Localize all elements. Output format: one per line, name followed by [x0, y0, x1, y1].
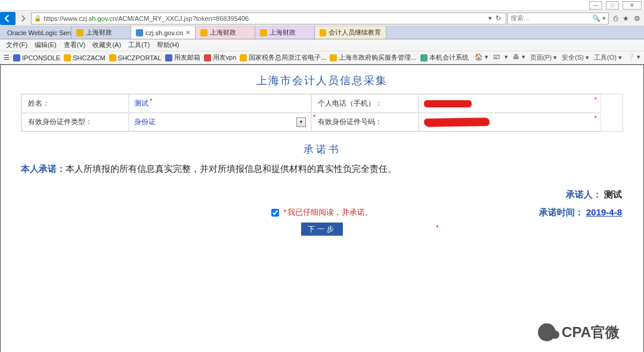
- info-form: 姓名： 测试 * 个人电话（手机）： * 有效身份证件类型： 身份证 ▼ * 有…: [21, 94, 623, 132]
- page-title: 上海市会计人员信息采集: [1, 65, 643, 94]
- fav-shczportal[interactable]: SHCZPORTAL: [109, 54, 162, 61]
- watermark: CPA官微: [538, 323, 620, 342]
- label-phone: 个人电话（手机）：: [311, 94, 419, 113]
- toolbar-help[interactable]: ❔ ▾: [627, 53, 640, 62]
- address-bar[interactable]: 🔒 https://www.czj.sh.gov.cn/ACM/ACM_RY_X…: [31, 13, 506, 24]
- fav-tax[interactable]: 国家税务总局浙江省电子...: [240, 53, 326, 62]
- favicon-icon: [260, 29, 267, 36]
- favicon-ie-icon: [136, 29, 143, 36]
- fav-shgov[interactable]: 上海市政府购买服务管理...: [330, 53, 416, 62]
- dropdown-icon[interactable]: ▾: [488, 14, 492, 22]
- browser-search-box[interactable]: 搜索... 🔍 ▾: [507, 13, 609, 24]
- home-icon[interactable]: ⎙: [614, 14, 618, 23]
- tab-weblogic[interactable]: Oracle WebLogic Server Ad...: [0, 26, 72, 39]
- toolbar-dropdown[interactable]: ▾: [504, 53, 508, 62]
- refresh-icon[interactable]: ↻: [496, 14, 501, 22]
- window-minimize-button[interactable]: —: [589, 1, 602, 10]
- tab-kjjx[interactable]: 会计人员继续教育: [315, 26, 386, 39]
- tab-shcz-3[interactable]: 上海财政: [255, 26, 315, 39]
- redacted-idno: [424, 118, 490, 127]
- toolbar-print[interactable]: 🖶 ▾: [513, 53, 525, 62]
- favicon-icon: [320, 29, 326, 36]
- menu-help[interactable]: 帮助(H): [154, 41, 181, 50]
- fav-local[interactable]: 本机会计系统: [420, 53, 469, 62]
- redacted-phone: [424, 100, 472, 107]
- toolbar-tools[interactable]: 工具(O) ▾: [594, 53, 622, 62]
- toolbar-feeds[interactable]: 🖃: [493, 53, 500, 62]
- fav-menu-icon[interactable]: ☰: [4, 54, 10, 61]
- favorites-icon[interactable]: ★: [623, 14, 629, 23]
- tab-close-icon[interactable]: ✕: [185, 29, 190, 36]
- window-close-button[interactable]: ✕: [623, 1, 642, 10]
- favicon-icon: [200, 29, 208, 36]
- lock-icon: 🔒: [34, 15, 41, 21]
- nav-back-button[interactable]: [0, 12, 16, 25]
- page-content: 上海市会计人员信息采集 姓名： 测试 * 个人电话（手机）： * 有效身份证件类…: [0, 64, 644, 352]
- menu-edit[interactable]: 编辑(E): [32, 41, 59, 50]
- select-idtype[interactable]: 身份证 ▼ *: [129, 113, 311, 131]
- fav-yymail[interactable]: 用友邮箱: [165, 53, 200, 62]
- tab-strip: Oracle WebLogic Server Ad... 上海财政 czj.sh…: [0, 26, 644, 39]
- fav-yyvpn[interactable]: 用友vpn: [204, 53, 237, 62]
- input-name[interactable]: 测试 *: [129, 94, 311, 113]
- confirm-checkbox[interactable]: [271, 209, 279, 217]
- favicon-icon: [76, 29, 83, 36]
- next-button[interactable]: 下一步: [301, 223, 343, 236]
- toolbar-home[interactable]: 🏠 ▾: [475, 53, 488, 62]
- commitment-title: 承诺书: [1, 132, 643, 163]
- toolbar-page[interactable]: 页面(P) ▾: [530, 53, 558, 62]
- tools-icon[interactable]: ⚙: [634, 14, 640, 23]
- tab-shcz-1[interactable]: 上海财政: [72, 26, 131, 39]
- favorites-bar: ☰ IPCONSOLE SHCZACM SHCZPORTAL 用友邮箱 用友vp…: [0, 51, 644, 64]
- label-name: 姓名：: [21, 94, 129, 113]
- window-titlebar: — □ ✕: [0, 0, 644, 11]
- browser-navbar: 🔒 https://www.czj.sh.gov.cn/ACM/ACM_RY_X…: [0, 11, 644, 26]
- label-idno: 有效身份证件号码：: [311, 113, 419, 131]
- menu-bar: 文件(F) 编辑(E) 查看(V) 收藏夹(A) 工具(T) 帮助(H): [0, 39, 644, 51]
- url-scheme: https://www.czj.sh.gov.cn/ACM/ACM_RY_XXC…: [44, 15, 249, 22]
- toolbar-safety[interactable]: 安全(S) ▾: [562, 53, 589, 62]
- menu-tools[interactable]: 工具(T): [126, 41, 152, 50]
- menu-favorites[interactable]: 收藏夹(A): [90, 41, 123, 50]
- tab-shcz-2[interactable]: 上海财政: [196, 26, 255, 39]
- nav-forward-button[interactable]: [17, 12, 30, 25]
- commitment-date-link[interactable]: 2019-4-8: [586, 207, 622, 217]
- input-idno[interactable]: *: [419, 113, 601, 131]
- commitment-text: 本人承诺：本人所填报的所有信息真实完整，并对所填报信息和提供材料的真实性负完全责…: [1, 163, 643, 175]
- menu-file[interactable]: 文件(F): [4, 41, 30, 50]
- menu-view[interactable]: 查看(V): [61, 41, 88, 50]
- tab-czj-active[interactable]: czj.sh.gov.cn✕: [131, 26, 196, 39]
- confirm-label: 我已仔细阅读，并承诺。: [287, 208, 373, 217]
- wechat-icon: [538, 323, 556, 341]
- fav-shczacm[interactable]: SHCZACM: [64, 54, 105, 61]
- input-phone[interactable]: *: [419, 94, 601, 113]
- chevron-down-icon[interactable]: ▼: [296, 118, 306, 127]
- fav-ipconsole[interactable]: IPCONSOLE: [13, 54, 60, 61]
- label-idtype: 有效身份证件类型：: [21, 113, 129, 131]
- required-icon: *: [436, 224, 439, 232]
- window-maximize-button[interactable]: □: [606, 1, 619, 10]
